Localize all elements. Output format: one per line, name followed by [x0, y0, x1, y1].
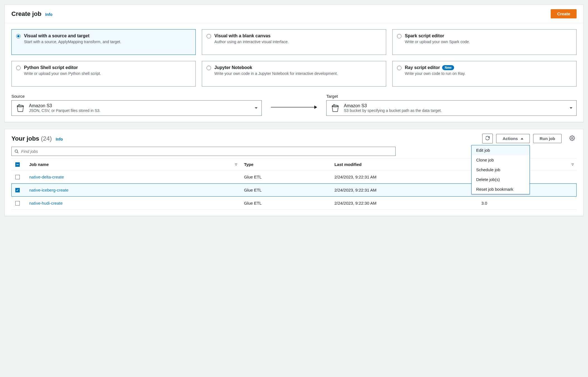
- search-icon: [14, 149, 19, 154]
- job-type: Glue ETL: [240, 183, 330, 197]
- col-last-modified[interactable]: Last modified: [334, 162, 362, 167]
- radio-icon: [207, 66, 211, 70]
- source-to-target-arrow: [266, 99, 322, 116]
- job-type-option[interactable]: Jupyter NotebookWrite your own code in a…: [202, 61, 386, 87]
- target-select[interactable]: Amazon S3 S3 bucket by specifying a buck…: [326, 100, 577, 116]
- actions-menu-item[interactable]: Reset job bookmark: [472, 184, 530, 194]
- your-jobs-count: (24): [41, 135, 52, 142]
- svg-point-4: [572, 138, 573, 139]
- option-desc: Write your own code to run on Ray.: [405, 71, 465, 77]
- bucket-icon: [330, 103, 340, 113]
- actions-menu-item[interactable]: Clone job: [472, 155, 530, 165]
- option-title: Jupyter Notebook: [214, 65, 338, 70]
- actions-menu-item[interactable]: Delete job(s): [472, 175, 530, 184]
- job-type: Glue ETL: [240, 197, 330, 210]
- source-desc: JSON, CSV, or Parquet files stored in S3…: [29, 108, 101, 113]
- job-type-options: Visual with a source and targetStart wit…: [11, 29, 577, 87]
- actions-label: Actions: [503, 136, 518, 141]
- your-jobs-header: Your jobs (24) Info Actions Edit jobClon…: [5, 129, 583, 146]
- job-modified: 2/24/2023, 9:22:30 AM: [330, 197, 477, 210]
- option-title: Ray script editorNew: [405, 65, 465, 70]
- settings-button[interactable]: [568, 134, 577, 143]
- job-name-link[interactable]: native-iceberg-create: [29, 188, 68, 192]
- option-title: Visual with a blank canvas: [214, 33, 289, 38]
- create-button[interactable]: Create: [551, 9, 577, 18]
- arrow-icon: [270, 104, 318, 110]
- option-desc: Write or upload your own Python shell sc…: [24, 71, 101, 77]
- info-link[interactable]: Info: [45, 12, 53, 17]
- job-modified: 2/24/2023, 9:22:31 AM: [330, 170, 477, 183]
- job-type-option[interactable]: Spark script editorWrite or upload your …: [392, 29, 577, 55]
- create-job-title: Create job: [11, 10, 41, 18]
- source-target-row: Source Amazon S3 JSON, CSV, or Parquet f…: [11, 94, 577, 116]
- source-title: Amazon S3: [29, 103, 101, 108]
- row-checkbox[interactable]: [15, 175, 20, 179]
- svg-point-5: [15, 150, 18, 152]
- run-job-button[interactable]: Run job: [533, 134, 562, 143]
- option-desc: Author using an interactive visual inter…: [214, 39, 289, 45]
- your-jobs-title: Your jobs (24): [11, 135, 52, 142]
- gear-icon: [569, 135, 575, 141]
- select-all-checkbox[interactable]: [15, 162, 20, 167]
- option-desc: Write your own code in a Jupyter Noteboo…: [214, 71, 338, 77]
- search-input[interactable]: [21, 149, 393, 154]
- option-desc: Write or upload your own Spark code.: [405, 39, 470, 45]
- svg-line-6: [17, 152, 18, 153]
- radio-icon: [397, 66, 401, 70]
- new-badge: New: [442, 65, 454, 70]
- row-checkbox[interactable]: [15, 201, 20, 205]
- svg-marker-2: [314, 106, 317, 109]
- job-name-link[interactable]: native-delta-create: [29, 175, 64, 179]
- option-desc: Start with a source, ApplyMapping transf…: [24, 39, 121, 45]
- create-job-header: Create job Info Create: [5, 5, 583, 23]
- radio-icon: [397, 34, 401, 38]
- target-desc: S3 bucket by specifying a bucket path as…: [344, 108, 442, 113]
- actions-menu: Edit jobClone jobSchedule jobDelete job(…: [471, 145, 530, 194]
- caret-up-icon: [521, 138, 523, 139]
- sort-icon[interactable]: ▽: [572, 163, 574, 166]
- actions-button[interactable]: Actions: [496, 134, 530, 143]
- target-label: Target: [326, 94, 577, 99]
- create-job-panel: Create job Info Create Visual with a sou…: [4, 4, 584, 122]
- row-checkbox[interactable]: [15, 188, 20, 192]
- option-title: Spark script editor: [405, 33, 470, 38]
- bucket-icon: [16, 103, 25, 113]
- actions-menu-item[interactable]: Edit job: [472, 145, 530, 155]
- option-title: Visual with a source and target: [24, 33, 121, 38]
- your-jobs-panel: Your jobs (24) Info Actions Edit jobClon…: [4, 129, 584, 216]
- radio-icon: [16, 66, 21, 70]
- job-name-link[interactable]: native-hudi-create: [29, 201, 63, 205]
- job-type-option[interactable]: Visual with a source and targetStart wit…: [11, 29, 196, 55]
- jobs-toolbar: Actions Edit jobClone jobSchedule jobDel…: [482, 134, 577, 143]
- job-modified: 2/24/2023, 9:22:31 AM: [330, 183, 477, 197]
- chevron-down-icon: [255, 107, 258, 109]
- target-title: Amazon S3: [344, 103, 442, 108]
- sort-icon[interactable]: ▽: [235, 163, 237, 166]
- search-jobs[interactable]: [11, 147, 396, 156]
- option-title: Python Shell script editor: [24, 65, 101, 70]
- your-jobs-title-text: Your jobs: [11, 135, 39, 142]
- job-type-option[interactable]: Ray script editorNewWrite your own code …: [392, 61, 577, 87]
- job-version: 3.0: [477, 197, 577, 210]
- refresh-icon: [485, 136, 490, 141]
- col-job-name[interactable]: Job name: [29, 162, 49, 167]
- source-label: Source: [11, 94, 262, 99]
- job-type-option[interactable]: Visual with a blank canvasAuthor using a…: [202, 29, 386, 55]
- col-type[interactable]: Type: [244, 162, 253, 167]
- chevron-down-icon: [570, 107, 572, 109]
- job-type: Glue ETL: [240, 170, 330, 183]
- refresh-button[interactable]: [482, 134, 493, 143]
- job-type-option[interactable]: Python Shell script editorWrite or uploa…: [11, 61, 196, 87]
- radio-icon: [16, 34, 21, 38]
- table-row: native-hudi-createGlue ETL2/24/2023, 9:2…: [11, 197, 577, 210]
- source-select[interactable]: Amazon S3 JSON, CSV, or Parquet files st…: [11, 100, 262, 116]
- actions-menu-item[interactable]: Schedule job: [472, 165, 530, 175]
- info-link[interactable]: Info: [56, 137, 63, 141]
- radio-icon: [207, 34, 211, 38]
